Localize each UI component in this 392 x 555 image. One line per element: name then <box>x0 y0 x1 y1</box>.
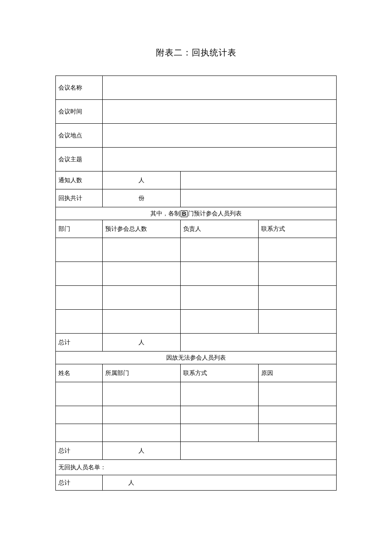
label-notified-count: 通知人数 <box>56 171 103 189</box>
unit-copies: 份 <box>138 195 144 201</box>
table-row <box>56 424 337 442</box>
no-receipt-cell[interactable]: 无回执人员名单： <box>56 460 337 475</box>
label-meeting-time: 会议时间 <box>56 100 103 124</box>
value-meeting-time[interactable] <box>103 100 337 124</box>
table-row <box>56 262 337 286</box>
receipt-table: 会议名称 会议时间 会议地点 会议主题 通知人数 人 <box>55 76 337 491</box>
s2-dept[interactable] <box>103 424 181 442</box>
unit-person: 人 <box>138 339 144 346</box>
row-meeting-place: 会议地点 <box>56 124 337 148</box>
section3-total-row: 总计 人 <box>56 475 337 491</box>
s2-dept[interactable] <box>103 406 181 424</box>
section1-header-suffix: 门预计参会人员列表 <box>188 210 242 218</box>
s2-reason[interactable] <box>259 382 337 406</box>
row-meeting-name: 会议名称 <box>56 76 337 100</box>
section3-total-label: 总计 <box>56 475 103 491</box>
value-receipt-total[interactable]: 份 <box>103 189 181 207</box>
section1-total-label: 总计 <box>56 334 103 352</box>
section1-total-extra <box>181 334 337 352</box>
section2-columns: 姓名 所属部门 联系方式 原因 <box>56 364 337 382</box>
value-meeting-name[interactable] <box>103 76 337 100</box>
section1-total-value[interactable]: 人 <box>103 334 181 352</box>
notified-count-extra <box>181 171 337 189</box>
s1-expected[interactable] <box>103 286 181 310</box>
col-name: 姓名 <box>56 364 103 382</box>
section2-total-value[interactable]: 人 <box>103 442 181 460</box>
s1-leader[interactable] <box>181 310 259 334</box>
section3-total-value[interactable]: 人 <box>103 475 337 491</box>
section1-header-row: 其中，各制 B 门预计参会人员列表 <box>56 207 337 220</box>
value-notified-count[interactable]: 人 <box>103 171 181 189</box>
s2-name[interactable] <box>56 424 103 442</box>
s1-dept[interactable] <box>56 262 103 286</box>
receipt-total-extra <box>181 189 337 207</box>
col-reason: 原因 <box>259 364 337 382</box>
s2-reason[interactable] <box>259 424 337 442</box>
row-meeting-time: 会议时间 <box>56 100 337 124</box>
section2-header-row: 因故无法参会人员列表 <box>56 352 337 364</box>
row-notified-count: 通知人数 人 <box>56 171 337 189</box>
row-meeting-topic: 会议主题 <box>56 148 337 171</box>
section2-total-row: 总计 人 <box>56 442 337 460</box>
value-meeting-topic[interactable] <box>103 148 337 171</box>
s1-dept[interactable] <box>56 238 103 262</box>
no-receipt-label: 无回执人员名单： <box>58 464 106 471</box>
label-receipt-total: 回执共计 <box>56 189 103 207</box>
table-row <box>56 238 337 262</box>
section1-columns: 部门 预计参会总人数 负责人 联系方式 <box>56 220 337 238</box>
s2-reason[interactable] <box>259 406 337 424</box>
value-meeting-place[interactable] <box>103 124 337 148</box>
s2-contact[interactable] <box>181 382 259 406</box>
unit-person: 人 <box>138 447 144 454</box>
s1-contact[interactable] <box>259 310 337 334</box>
s1-leader[interactable] <box>181 286 259 310</box>
col-dept2: 所属部门 <box>103 364 181 382</box>
section2-total-label: 总计 <box>56 442 103 460</box>
s1-contact[interactable] <box>259 286 337 310</box>
label-meeting-place: 会议地点 <box>56 124 103 148</box>
table-row <box>56 406 337 424</box>
section3-no-receipt-row: 无回执人员名单： <box>56 460 337 475</box>
s2-name[interactable] <box>56 406 103 424</box>
s2-name[interactable] <box>56 382 103 406</box>
s1-leader[interactable] <box>181 262 259 286</box>
section1-header-prefix: 其中，各制 <box>150 210 180 218</box>
s1-expected[interactable] <box>103 238 181 262</box>
unit-person: 人 <box>128 479 134 486</box>
s1-expected[interactable] <box>103 310 181 334</box>
s2-contact[interactable] <box>181 424 259 442</box>
col-leader: 负责人 <box>181 220 259 238</box>
s1-contact[interactable] <box>259 262 337 286</box>
table-row <box>56 310 337 334</box>
table-row <box>56 382 337 406</box>
section2-total-extra <box>181 442 337 460</box>
label-meeting-name: 会议名称 <box>56 76 103 100</box>
page-title: 附表二：回执统计表 <box>55 47 337 58</box>
section1-header-boxed: B <box>181 210 187 217</box>
s1-dept[interactable] <box>56 310 103 334</box>
col-dept: 部门 <box>56 220 103 238</box>
label-meeting-topic: 会议主题 <box>56 148 103 171</box>
section1-header: 其中，各制 B 门预计参会人员列表 <box>56 207 337 220</box>
section2-header: 因故无法参会人员列表 <box>56 352 337 364</box>
section1-total-row: 总计 人 <box>56 334 337 352</box>
col-contact2: 联系方式 <box>181 364 259 382</box>
unit-person: 人 <box>138 177 144 183</box>
s1-dept[interactable] <box>56 286 103 310</box>
col-contact: 联系方式 <box>259 220 337 238</box>
table-row <box>56 286 337 310</box>
row-receipt-total: 回执共计 份 <box>56 189 337 207</box>
col-expected: 预计参会总人数 <box>103 220 181 238</box>
s1-expected[interactable] <box>103 262 181 286</box>
s1-leader[interactable] <box>181 238 259 262</box>
s2-contact[interactable] <box>181 406 259 424</box>
s2-dept[interactable] <box>103 382 181 406</box>
s1-contact[interactable] <box>259 238 337 262</box>
